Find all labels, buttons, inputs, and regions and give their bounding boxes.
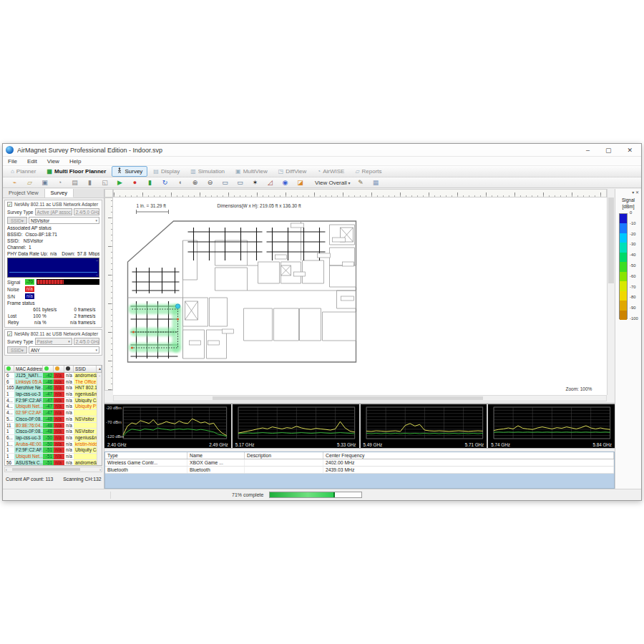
attach-icon[interactable]: ▮: [82, 178, 97, 187]
interferer-column-header[interactable]: Name: [187, 452, 245, 459]
zoom-in-icon[interactable]: ⊕: [187, 178, 203, 187]
table-row[interactable]: 56ASUSTek C...-51n/an/aandromeda 5g: [5, 460, 102, 466]
ap-count-cell: 6: [5, 373, 14, 379]
ssid2-select[interactable]: ANY▾: [29, 346, 99, 353]
floorplan-vertical-scrollbar[interactable]: [607, 189, 615, 395]
table-row[interactable]: 6Linksys 05:A...-46n/an/aThe Office Netw…: [5, 379, 102, 386]
tab-diffview[interactable]: ◳DiffView: [273, 167, 312, 176]
interferer-row[interactable]: BluetoothBluetooth2439.03 MHz: [105, 467, 614, 474]
interferer-name-cell: Bluetooth: [187, 467, 245, 473]
adapter1-checkbox[interactable]: ✓: [7, 202, 12, 207]
target-icon[interactable]: ◉: [278, 178, 293, 187]
tab-planner[interactable]: ⌂Planner: [6, 167, 41, 176]
ssid-select[interactable]: NSVisitor▾: [29, 217, 99, 224]
table-row[interactable]: 6...lap-css-uc-3-50n/an/angenius&nsfter: [5, 435, 102, 441]
floorplan-horizontal-scrollbar[interactable]: [113, 395, 607, 401]
mac-column-header[interactable]: MAC Address: [14, 366, 43, 372]
resize-icon[interactable]: ◱: [97, 178, 112, 187]
interferer-table-header[interactable]: TypeNameDescriptionCenter Frequency: [105, 452, 614, 459]
left-panel-tab-survey[interactable]: Survey: [45, 189, 74, 197]
table-row[interactable]: 4...Ubiquiti Net...-47n/an/aUbiquity PSK: [5, 404, 102, 410]
table-row[interactable]: 1lap-css-uc-3-47n/an/angenius&nsfter: [5, 391, 102, 398]
table-row[interactable]: 4...F2:9F:C2:AF...-47n/an/aUbiquity Capt…: [5, 398, 102, 404]
band2-select[interactable]: 2.4/5.0 GHz▾: [74, 338, 99, 345]
band-select[interactable]: 2.4/5.0 GHz▾: [74, 208, 99, 215]
legend-close-icon[interactable]: ✕: [635, 190, 639, 195]
tab-simulation[interactable]: ▥Simulation: [185, 167, 230, 176]
zoom-out-icon[interactable]: ⊖: [203, 178, 218, 187]
window-layout-icon[interactable]: ▦: [368, 178, 383, 187]
floorplan-canvas[interactable]: 1 in. = 31.29 ft Dimensions(W x H): 219.…: [113, 197, 607, 395]
adapter1-group: ✓ NetAlly 802.11 ac USB Network Adapter …: [4, 200, 102, 328]
ssid2-button[interactable]: SSID ▾: [7, 346, 27, 353]
adapter2-group: ✓ NetAlly 802.11 ac USB Network Adapter …: [4, 329, 102, 356]
survey-type2-select[interactable]: Passive▾: [35, 338, 72, 345]
interferer-column-header[interactable]: Type: [105, 452, 187, 459]
legend-tick-labels: 0-10-20-30-40-50-60-70-80-90-100: [630, 210, 641, 322]
spectrum-x-min-label: 5.17 GHz: [235, 442, 255, 447]
view-overall-dropdown[interactable]: View Overall ▾: [312, 180, 353, 186]
legend-color-segment: [620, 301, 627, 310]
table-row[interactable]: 6J125_NATI...-42n/an/aandromeda 2g: [5, 373, 102, 379]
interferer-description-cell: [245, 459, 323, 466]
floorplan-zoom-text: Zoom: 100%: [566, 386, 592, 391]
interferer-column-header[interactable]: Description: [245, 452, 323, 459]
ap-table-header[interactable]: MAC Address SSID ▲: [5, 366, 102, 373]
interferer-name-cell: XBOX Game ...: [187, 459, 245, 466]
frame-value: 601: [23, 306, 42, 313]
table-row[interactable]: 4...02:9F:C2:AF...-47n/an/a: [5, 410, 102, 416]
menu-view[interactable]: View: [42, 158, 64, 165]
legend-collapse-icon[interactable]: ▾: [632, 190, 634, 195]
ssid-button[interactable]: SSID ▾: [7, 217, 27, 224]
annotate-icon[interactable]: ✎: [353, 178, 368, 187]
ap-table-vertical-scrollbar[interactable]: ⌄: [97, 373, 102, 465]
sort-arrow-icon[interactable]: ▲: [97, 366, 102, 372]
table-row[interactable]: 165Aerohive Ne...-46n/an/aHNT 802.11ax: [5, 385, 102, 391]
display-mode-icon[interactable]: ▭: [218, 178, 233, 187]
maximize-button[interactable]: ▢: [605, 147, 612, 154]
close-button[interactable]: ✕: [627, 147, 633, 154]
interferer-column-header[interactable]: Center Frequency: [323, 452, 614, 459]
table-row[interactable]: 1F2:9F:C2:AF...-51n/an/aUbiquity Captive…: [5, 447, 102, 454]
image-icon[interactable]: ◪: [293, 178, 308, 187]
survey-type-select[interactable]: Active (AP assoc.)▾: [35, 208, 72, 215]
tab-multi-floor-planner[interactable]: ▦Multi Floor Planner: [42, 167, 111, 176]
configure-wrench-icon[interactable]: ⌁: [7, 178, 22, 187]
ap-ssid-cell: [74, 454, 97, 459]
interferer-row[interactable]: Wireless Game Contr...XBOX Game ...2402.…: [105, 459, 614, 467]
minimize-button[interactable]: –: [586, 147, 590, 154]
table-row[interactable]: 5...Cisco-0F:08...-48n/an/aNSVisitor: [5, 416, 102, 423]
tab-label: MultiView: [243, 168, 268, 175]
tab-reports[interactable]: ▱Reports: [350, 167, 386, 176]
adapter2-checkbox[interactable]: ✓: [7, 331, 12, 336]
ssid-column-header[interactable]: SSID: [74, 366, 97, 372]
tab-airwise[interactable]: ◔AirWISE: [312, 167, 349, 176]
tab-display[interactable]: ▤Display: [148, 167, 185, 176]
tab-survey[interactable]: Survey: [112, 166, 147, 177]
interferer-frequency-cell: 2402.00 MHz: [323, 459, 614, 466]
signal-icon[interactable]: ◖: [172, 178, 187, 187]
menu-file[interactable]: File: [3, 158, 22, 165]
menu-help[interactable]: Help: [64, 158, 86, 165]
display-mode-2-icon[interactable]: ▭: [233, 178, 248, 187]
table-row[interactable]: 1180:8E:76:04...-48n/an/a: [5, 423, 102, 429]
menu-edit[interactable]: Edit: [22, 158, 42, 165]
tab-multiview[interactable]: ▣MultiView: [230, 167, 273, 176]
open-project-icon[interactable]: ▱: [22, 178, 37, 187]
data-file-icon[interactable]: ▮: [142, 178, 157, 187]
table-row[interactable]: 1Cisco-0F:08...-48n/an/aNSVisitor: [5, 429, 102, 435]
noise-label: Noise: [7, 287, 23, 292]
ap-table-horizontal-scrollbar[interactable]: ‹›: [4, 467, 102, 472]
stop-record-icon[interactable]: ●: [127, 178, 142, 187]
clock-icon[interactable]: ◔: [52, 178, 67, 187]
print-icon[interactable]: ▤: [67, 178, 82, 187]
table-row[interactable]: 1...Aruba-4E:00...-50n/an/akristin-hidde…: [5, 441, 102, 448]
left-panel-tab-project-view[interactable]: Project View: [3, 189, 45, 197]
table-row[interactable]: 1Ubiquiti Net...-51n/an/a: [5, 454, 102, 460]
chart-icon[interactable]: ◿: [263, 178, 278, 187]
walkabout-icon[interactable]: ✶: [248, 178, 263, 187]
save-icon[interactable]: ▣: [37, 178, 52, 187]
ap-mac-cell: Aruba-4E:00...: [14, 441, 43, 447]
refresh-icon[interactable]: ↻: [157, 178, 172, 187]
start-survey-icon[interactable]: ▶: [112, 178, 127, 187]
